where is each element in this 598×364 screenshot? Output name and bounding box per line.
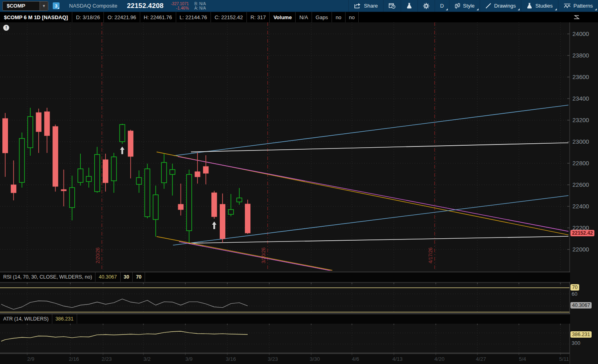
trendline-blue[interactable]: [173, 196, 568, 245]
expiration-label: 4/17/26: [428, 247, 433, 263]
atr-value-badge: 386.231: [570, 331, 592, 338]
candle: [111, 153, 117, 193]
candle: [203, 155, 209, 184]
candle: [103, 154, 108, 192]
candle: [145, 164, 150, 218]
rsi-overbought-badge: 70: [570, 284, 579, 291]
candle: [245, 200, 250, 234]
atr-axis-label: 300: [572, 340, 580, 346]
candle: [11, 160, 16, 200]
candle: [170, 164, 175, 196]
candle: [61, 170, 66, 206]
candle: [78, 154, 83, 186]
trendline-white[interactable]: [191, 143, 568, 152]
atr-study-label[interactable]: ATR (14, WILDERS): [0, 314, 52, 324]
candle: [28, 108, 33, 156]
trendline-blue[interactable]: [174, 105, 568, 156]
candle: [44, 108, 50, 153]
atr-line: [1, 331, 248, 341]
price-axis-label: 22400: [572, 203, 589, 210]
trendline-magenta[interactable]: [179, 242, 335, 272]
candle: [86, 168, 91, 188]
candle: [136, 170, 141, 193]
atr-pane[interactable]: [0, 323, 570, 353]
candle: [187, 170, 192, 243]
main-price-pane[interactable]: 2/20/263/20/264/17/26: [0, 22, 570, 271]
trendline-white[interactable]: [189, 236, 568, 243]
rsi-pane[interactable]: [0, 283, 570, 314]
candle: [95, 147, 100, 193]
last-price-badge: 22152.42: [570, 230, 594, 236]
candle: [36, 109, 41, 153]
rsi-pane-header: RSI (14, 70, 30, CLOSE, WILDERS, no) 40.…: [0, 272, 570, 282]
candle: [153, 186, 158, 237]
price-axis-label: 22000: [572, 246, 589, 253]
price-axis-label: 23400: [572, 95, 589, 102]
candle: [120, 124, 125, 144]
candle: [53, 125, 58, 192]
chart-mode-icon[interactable]: [572, 14, 580, 21]
price-axis-label: 22800: [572, 160, 589, 166]
price-axis-label: 22600: [572, 181, 589, 188]
rsi-line: [1, 299, 248, 309]
chart-canvas[interactable]: 2/20/263/20/264/17/262400023800236002340…: [0, 0, 598, 364]
candle: [228, 194, 234, 216]
candle: [237, 188, 242, 205]
candle: [70, 176, 75, 220]
atr-value: 386.231: [52, 314, 77, 324]
trendline-orange[interactable]: [157, 237, 332, 271]
candle: [195, 152, 200, 184]
expiration-label: 2/20/26: [95, 247, 101, 263]
rsi-overbought-level: 70: [133, 272, 145, 282]
atr-pane-header: ATR (14, WILDERS) 386.231: [0, 314, 570, 324]
rsi-study-label[interactable]: RSI (14, 70, 30, CLOSE, WILDERS, no): [0, 272, 95, 282]
rsi-oversold-level: 30: [121, 272, 133, 282]
candle: [178, 184, 183, 216]
price-axis-label: 23200: [572, 117, 589, 123]
candle: [220, 194, 225, 243]
candle: [161, 154, 167, 189]
rsi-value-badge: 40.3067: [570, 302, 592, 309]
rsi-value: 40.3067: [95, 272, 120, 282]
expiration-label: 3/20/26: [261, 247, 266, 263]
trading-platform-window: $COMP ▼ 3 NASDAQ Composite 22152.4208 -3…: [0, 0, 598, 364]
candle: [19, 133, 24, 188]
time-axis-background: [0, 354, 570, 364]
price-axis-label: 23800: [572, 52, 589, 59]
candle: [3, 113, 8, 177]
rsi-axis-label: 60: [572, 291, 577, 297]
price-axis-label: 23600: [572, 73, 589, 80]
warning-icon[interactable]: !: [3, 25, 9, 31]
up-arrow-marker: [120, 146, 125, 154]
price-axis-label: 23000: [572, 138, 589, 145]
candle: [128, 130, 133, 178]
price-axis-label: 24000: [572, 30, 589, 37]
candle: [212, 191, 217, 219]
